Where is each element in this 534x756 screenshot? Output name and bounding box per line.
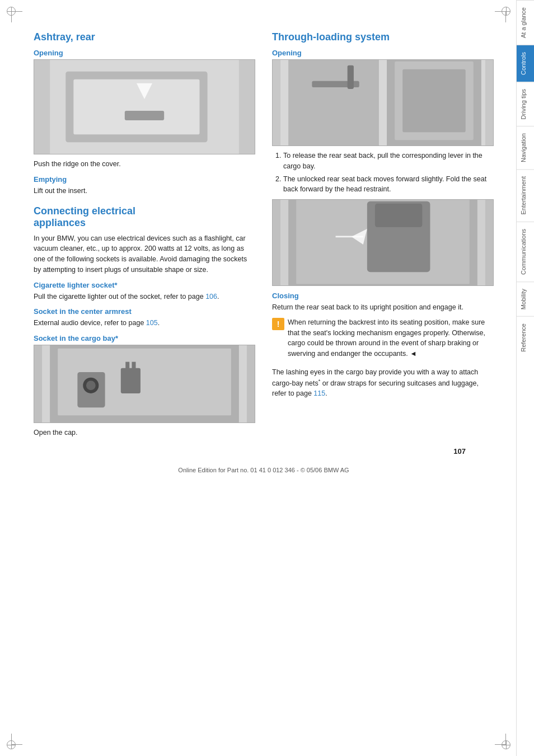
ashtray-image: BMW/CC <box>34 59 255 154</box>
electrical-body: In your BMW, you can use electrical devi… <box>34 233 255 275</box>
warning-text: When returning the backrest into its sea… <box>288 317 494 359</box>
socket-center-page-link[interactable]: 105 <box>146 319 158 327</box>
cigarette-text: Pull the cigarette lighter out of the so… <box>34 292 255 302</box>
ashtray-emptying-label: Emptying <box>34 175 255 184</box>
right-column: Through-loading system Opening <box>272 22 494 447</box>
ashtray-opening-label: Opening <box>34 49 255 57</box>
left-column: Ashtray, rear Opening BMW/CC <box>34 22 255 447</box>
step-1: To release the rear seat back, pull the … <box>283 151 494 172</box>
svg-rect-14 <box>121 368 140 393</box>
svg-rect-3 <box>73 79 199 135</box>
tab-navigation[interactable]: Navigation <box>517 126 535 169</box>
svg-rect-16 <box>132 362 135 370</box>
two-col-layout: Ashtray, rear Opening BMW/CC <box>34 22 494 447</box>
ashtray-title: Ashtray, rear <box>34 31 255 43</box>
socket-cargo-label: Socket in the cargo bay* <box>34 334 255 342</box>
through-loading-title: Through-loading system <box>272 31 494 43</box>
electrical-section: Connecting electrical appliances In your… <box>34 205 255 438</box>
ashtray-section: Ashtray, rear Opening BMW/CC <box>34 31 255 196</box>
cigarette-page-link[interactable]: 106 <box>205 293 217 300</box>
register-mark-bl <box>7 740 16 749</box>
tab-communications[interactable]: Communications <box>517 222 535 281</box>
cargo-bay-image: BMW/CC <box>34 345 255 423</box>
ashtray-opening-text: Push the ridge on the cover. <box>34 159 255 170</box>
svg-rect-5 <box>125 111 164 120</box>
warning-triangle: ◄ <box>410 350 416 358</box>
closing-text: Return the rear seat back to its upright… <box>272 302 494 313</box>
socket-center-label: Socket in the center armrest <box>34 307 255 316</box>
through-loading-image-2: BMW/CC <box>272 199 494 286</box>
through-loading-steps: To release the rear seat back, pull the … <box>272 151 494 195</box>
through-loading-section: Through-loading system Opening <box>272 31 494 399</box>
tab-reference[interactable]: Reference <box>517 316 535 359</box>
socket-center-text: External audio device, refer to page 105… <box>34 318 255 328</box>
page-number: 107 <box>34 447 466 456</box>
svg-rect-32 <box>375 204 422 227</box>
electrical-title: Connecting electrical appliances <box>34 205 255 229</box>
ashtray-emptying-text: Lift out the insert. <box>34 186 255 196</box>
tab-at-a-glance[interactable]: At a glance <box>517 0 535 45</box>
main-content: Ashtray, rear Opening BMW/CC <box>0 0 516 505</box>
warning-box: ! When returning the backrest into its s… <box>272 317 494 363</box>
svg-rect-20 <box>288 60 379 145</box>
cargo-caption: Open the cap. <box>34 428 255 438</box>
lashing-text: The lashing eyes in the cargo bay provid… <box>272 367 494 399</box>
lashing-page-link[interactable]: 115 <box>313 389 325 397</box>
through-loading-opening-label: Opening <box>272 49 494 57</box>
svg-point-13 <box>86 381 96 390</box>
step-2: The unlocked rear seat back moves forwar… <box>283 174 494 195</box>
tab-entertainment[interactable]: Entertainment <box>517 169 535 221</box>
svg-rect-23 <box>348 65 354 89</box>
cigarette-label: Cigarette lighter socket* <box>34 281 255 289</box>
sidebar-tabs: At a glance Controls Driving tips Naviga… <box>516 0 534 756</box>
tab-mobility[interactable]: Mobility <box>517 281 535 316</box>
tab-driving-tips[interactable]: Driving tips <box>517 82 535 126</box>
crop-mark-br <box>495 734 506 745</box>
closing-label: Closing <box>272 292 494 300</box>
crop-mark-bl <box>11 734 22 745</box>
register-mark-br <box>502 740 510 749</box>
svg-rect-15 <box>125 362 129 370</box>
footer: Online Edition for Part no. 01 41 0 012 … <box>34 458 494 482</box>
svg-rect-25 <box>402 69 466 133</box>
tab-controls[interactable]: Controls <box>517 45 535 82</box>
warning-icon: ! <box>272 318 284 330</box>
through-loading-image-1: BMW/CC <box>272 59 494 146</box>
